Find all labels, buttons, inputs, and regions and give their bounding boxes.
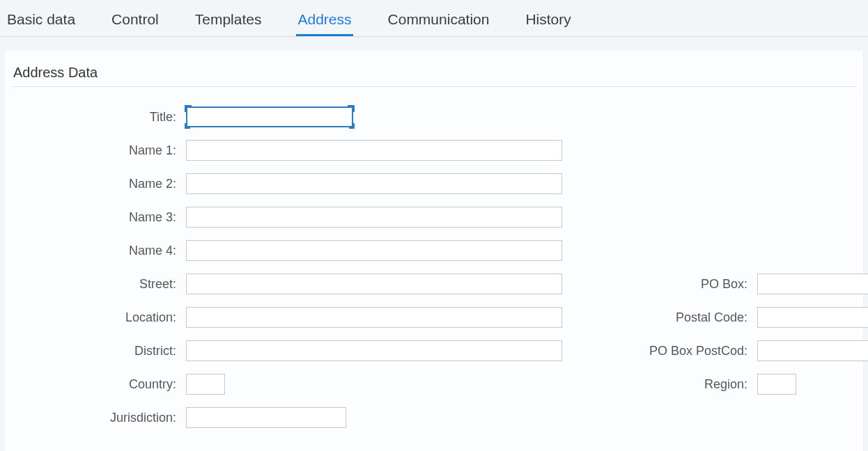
- address-form: Title: Name 1: Name 2:: [12, 106, 856, 428]
- label-name2: Name 2:: [19, 177, 179, 191]
- input-country[interactable]: [186, 374, 225, 395]
- page-root: Basic data Control Templates Address Com…: [0, 0, 868, 451]
- input-name4[interactable]: [186, 240, 562, 261]
- label-po-box-postcod: PO Box PostCod:: [569, 344, 750, 358]
- tab-address[interactable]: Address: [296, 7, 352, 36]
- tab-control[interactable]: Control: [110, 7, 160, 36]
- label-name4: Name 4:: [19, 244, 179, 258]
- input-po-box[interactable]: [757, 274, 868, 294]
- input-postal-code[interactable]: [757, 307, 868, 328]
- label-postal-code: Postal Code:: [569, 310, 750, 325]
- row-name2: Name 2:: [19, 173, 856, 194]
- label-title: Title:: [19, 110, 179, 125]
- row-country: Country: Region:: [19, 374, 856, 395]
- label-region: Region:: [569, 377, 750, 392]
- input-district[interactable]: [186, 340, 562, 361]
- label-country: Country:: [19, 377, 179, 392]
- tab-templates[interactable]: Templates: [194, 7, 263, 36]
- tabstrip: Basic data Control Templates Address Com…: [0, 0, 868, 37]
- input-title[interactable]: [186, 106, 353, 127]
- input-street[interactable]: [186, 274, 562, 294]
- input-po-box-postcod[interactable]: [757, 340, 868, 361]
- row-name1: Name 1:: [19, 140, 856, 161]
- row-title: Title:: [19, 106, 856, 127]
- input-region[interactable]: [757, 374, 796, 395]
- label-name3: Name 3:: [19, 210, 179, 225]
- address-panel: Address Data Title: Name 1:: [4, 51, 864, 451]
- row-location: Location: Postal Code:: [19, 307, 856, 328]
- input-name3[interactable]: [186, 207, 562, 228]
- label-name1: Name 1:: [19, 143, 179, 158]
- input-name1[interactable]: [186, 140, 562, 161]
- input-jurisdiction[interactable]: [186, 407, 346, 428]
- row-name3: Name 3:: [19, 207, 856, 228]
- section-title: Address Data: [12, 65, 856, 87]
- label-street: Street:: [19, 277, 179, 292]
- label-location: Location:: [19, 310, 179, 325]
- label-district: District:: [19, 344, 179, 358]
- row-district: District: PO Box PostCod:: [19, 340, 856, 361]
- input-location[interactable]: [186, 307, 562, 328]
- tab-history[interactable]: History: [524, 7, 572, 36]
- tab-basic-data[interactable]: Basic data: [6, 7, 77, 36]
- title-focus-markers: [186, 106, 353, 127]
- row-street: Street: PO Box:: [19, 274, 856, 294]
- label-po-box: PO Box:: [569, 277, 750, 292]
- input-name2[interactable]: [186, 173, 562, 194]
- label-jurisdiction: Jurisdiction:: [19, 411, 179, 425]
- row-name4: Name 4:: [19, 240, 856, 261]
- tab-communication[interactable]: Communication: [387, 7, 491, 36]
- row-jurisdiction: Jurisdiction:: [19, 407, 856, 428]
